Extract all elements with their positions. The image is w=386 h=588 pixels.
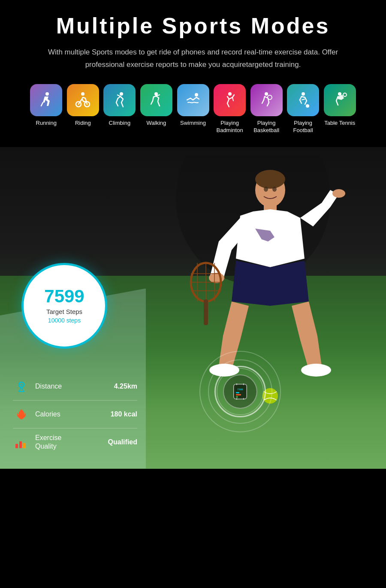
svg-text:7599: 7599: [237, 388, 243, 391]
svg-point-15: [338, 92, 341, 96]
svg-line-1: [41, 103, 43, 106]
table-tennis-label: Table Tennis: [324, 120, 355, 127]
swimming-label: Swimming: [180, 120, 206, 127]
svg-point-22: [209, 273, 224, 283]
sport-item-running: Running: [30, 84, 63, 134]
sport-item-football: Playing Football: [287, 84, 320, 134]
svg-rect-41: [236, 396, 238, 398]
calories-label: Calories: [35, 410, 69, 418]
distance-label: Distance: [35, 383, 69, 390]
svg-point-33: [264, 187, 268, 192]
svg-point-2: [81, 92, 84, 96]
svg-rect-48: [15, 444, 18, 448]
walking-label: Walking: [147, 120, 166, 127]
svg-rect-32: [204, 299, 208, 325]
svg-rect-39: [236, 392, 239, 393]
steps-label: Target Steps: [46, 308, 82, 315]
riding-label: Riding: [75, 120, 91, 127]
exercise-label: ExerciseQuality: [35, 434, 69, 450]
svg-point-34: [272, 187, 277, 192]
exercise-value: Qualified: [108, 438, 137, 446]
smartwatch-overlay: 7599: [214, 366, 266, 417]
svg-point-16: [343, 93, 347, 96]
svg-point-14: [306, 104, 309, 108]
calories-row: Calories 180 kcal: [13, 401, 137, 428]
distance-row: Distance 4.25km: [13, 373, 137, 401]
distance-value: 4.25km: [114, 383, 137, 390]
football-icon: [287, 84, 319, 116]
swimming-icon: [177, 84, 209, 116]
svg-point-19: [255, 170, 285, 189]
climbing-label: Climbing: [109, 120, 131, 127]
climbing-icon: [103, 84, 136, 116]
svg-rect-50: [23, 443, 26, 448]
svg-point-12: [268, 95, 272, 100]
svg-point-10: [228, 92, 232, 96]
svg-point-21: [332, 189, 345, 198]
football-label: Playing Football: [287, 120, 320, 134]
sport-item-climbing: Climbing: [103, 84, 136, 134]
badminton-label: Playing Badminton: [214, 120, 246, 134]
svg-point-5: [120, 92, 123, 96]
basketball-icon: [250, 84, 283, 116]
svg-point-24: [301, 364, 331, 377]
page-title: Multiple Sports Modes: [26, 13, 360, 39]
running-label: Running: [36, 120, 57, 127]
calories-value: 180 kcal: [111, 410, 137, 418]
sport-item-badminton: Playing Badminton: [214, 84, 246, 134]
subtitle-text: With multiple Sports modes to get ride o…: [43, 46, 343, 71]
svg-point-9: [195, 93, 198, 96]
basketball-label: Playing Basketball: [250, 120, 283, 134]
riding-icon: [67, 84, 99, 116]
steps-target: 10000 steps: [48, 317, 81, 324]
table-tennis-icon: [324, 84, 356, 116]
stats-list: Distance 4.25km Calories 180 kcal: [13, 373, 137, 456]
steps-circle: 7599 Target Steps 10000 steps: [21, 263, 107, 349]
sport-item-riding: Riding: [67, 84, 100, 134]
steps-number: 7599: [44, 287, 84, 305]
photo-section: 7599 7599 Target Steps 10000 steps: [0, 147, 386, 469]
exercise-icon: [13, 434, 30, 451]
walking-icon: [140, 84, 172, 116]
svg-rect-37: [234, 384, 247, 399]
exercise-row: ExerciseQuality Qualified: [13, 428, 137, 456]
svg-point-7: [154, 92, 158, 96]
running-icon: [30, 84, 62, 116]
calories-icon: [13, 406, 30, 423]
header-section: Multiple Sports Modes With multiple Spor…: [0, 0, 386, 147]
svg-rect-40: [236, 394, 241, 395]
svg-point-47: [21, 384, 22, 386]
svg-point-13: [302, 92, 305, 96]
steps-circle-container: 7599 Target Steps 10000 steps: [21, 263, 107, 349]
sport-item-basketball: Playing Basketball: [250, 84, 283, 134]
svg-line-6: [117, 95, 121, 96]
sport-item-table-tennis: Table Tennis: [323, 84, 356, 134]
badminton-icon: [214, 84, 246, 116]
sport-item-swimming: Swimming: [177, 84, 209, 134]
sport-item-walking: Walking: [140, 84, 173, 134]
distance-icon: [13, 378, 30, 395]
svg-rect-49: [19, 441, 22, 448]
svg-point-0: [45, 92, 49, 96]
svg-point-11: [265, 92, 268, 96]
watch-display: 7599: [223, 374, 257, 409]
sports-grid: Running Riding: [26, 84, 360, 139]
